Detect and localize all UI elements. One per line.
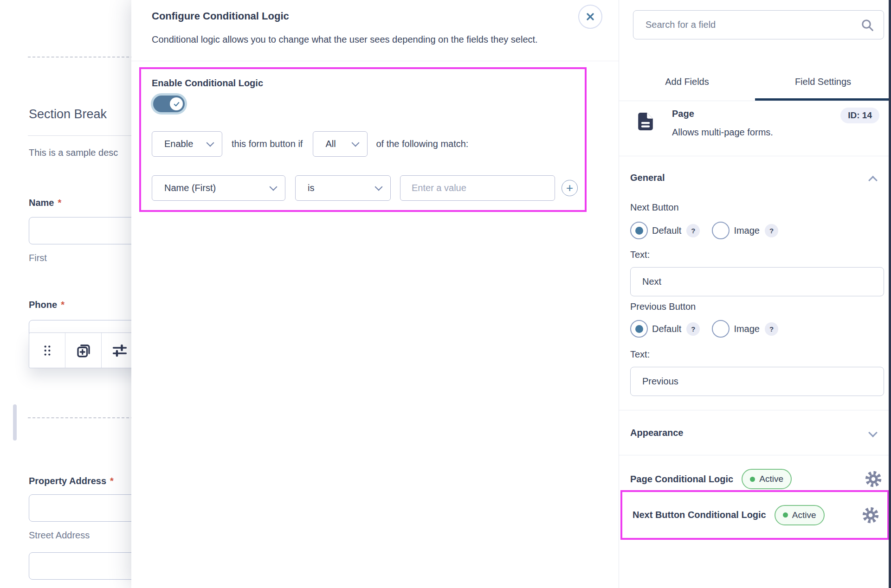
section-divider: [619, 410, 891, 410]
check-icon: [173, 101, 180, 108]
rule-action-row: Enable this form button if All of the fo…: [152, 131, 468, 157]
field-type-description: Allows multi-page forms.: [672, 127, 773, 138]
form-editor-canvas: Section Break This is a sample desc Name…: [0, 0, 131, 588]
active-dot-icon: [750, 477, 755, 482]
chevron-down-icon: [270, 183, 278, 191]
window-edge: [889, 0, 891, 588]
action-dropdown[interactable]: Enable: [152, 131, 222, 157]
next-text-input[interactable]: [630, 267, 884, 296]
chevron-down-icon: [207, 139, 214, 147]
rule-condition-row: Name (First) is +: [152, 175, 578, 201]
gear-icon[interactable]: [864, 470, 883, 488]
field-id-badge: ID: 14: [840, 108, 879, 123]
previous-default-label: Default: [652, 324, 681, 334]
duplicate-field-button[interactable]: [65, 333, 102, 368]
previous-image-radio[interactable]: [712, 320, 730, 338]
tab-add-fields[interactable]: Add Fields: [619, 52, 755, 101]
chevron-down-icon[interactable]: [868, 428, 878, 437]
help-icon[interactable]: ?: [686, 224, 700, 237]
condition-operator-value: is: [308, 183, 314, 193]
modal-header-divider: [131, 61, 619, 61]
previous-default-radio[interactable]: [630, 320, 648, 338]
chevron-up-icon[interactable]: [868, 176, 878, 185]
field-search: [633, 10, 884, 39]
help-icon[interactable]: ?: [686, 322, 700, 336]
section-divider: [619, 156, 891, 156]
address-field-sublabel: Street Address: [29, 530, 90, 541]
condition-value-input[interactable]: [400, 175, 555, 201]
modal-title: Configure Conditional Logic: [152, 10, 289, 22]
appearance-section-header[interactable]: Appearance: [630, 428, 684, 438]
rule-action-text: this form button if: [232, 139, 303, 149]
status-text: Active: [759, 474, 783, 484]
required-asterisk: *: [110, 476, 114, 486]
match-dropdown[interactable]: All: [313, 131, 368, 157]
field-selection-indicator: [13, 404, 17, 441]
search-icon: [860, 18, 875, 32]
section-break-description: This is a sample desc: [29, 147, 118, 158]
name-field-label-text: Name: [29, 198, 54, 208]
page-field-icon: [638, 113, 653, 130]
field-options-icon: [111, 342, 128, 359]
condition-field-dropdown[interactable]: Name (First): [152, 175, 285, 201]
address-field-label-text: Property Address: [29, 476, 106, 486]
required-asterisk: *: [58, 198, 61, 208]
match-dropdown-value: All: [325, 139, 336, 149]
condition-field-value: Name (First): [164, 183, 216, 193]
drag-handle[interactable]: [29, 333, 65, 368]
next-button-label: Next Button: [630, 202, 679, 213]
next-default-radio[interactable]: [630, 222, 648, 239]
help-icon[interactable]: ?: [765, 224, 778, 237]
form-builder-screen: Section Break This is a sample desc Name…: [0, 0, 891, 588]
sidebar-tabs: Add Fields Field Settings: [619, 52, 891, 101]
name-field-sublabel: First: [29, 253, 47, 263]
enable-toggle[interactable]: [153, 96, 185, 112]
next-button-type-options: Default ? Image ?: [630, 222, 778, 239]
duplicate-icon: [75, 342, 92, 359]
search-input[interactable]: [633, 10, 884, 39]
general-section-header[interactable]: General: [630, 173, 665, 183]
previous-text-label: Text:: [630, 349, 650, 360]
field-type-name: Page: [672, 109, 694, 119]
page-conditional-logic-label: Page Conditional Logic: [630, 474, 733, 485]
phone-field-label-text: Phone: [29, 300, 57, 310]
help-icon[interactable]: ?: [765, 322, 778, 336]
close-icon: [585, 12, 595, 22]
status-badge: Active: [775, 505, 825, 525]
chevron-down-icon: [352, 139, 360, 147]
next-default-label: Default: [652, 225, 681, 236]
status-badge: Active: [742, 469, 792, 489]
section-divider: [619, 455, 891, 455]
add-condition-button[interactable]: +: [562, 180, 578, 196]
required-asterisk: *: [61, 300, 65, 310]
toggle-knob: [170, 97, 183, 110]
enable-conditional-logic-label: Enable Conditional Logic: [152, 78, 263, 89]
active-dot-icon: [783, 512, 788, 518]
rule-match-text: of the following match:: [376, 139, 468, 149]
condition-operator-dropdown[interactable]: is: [295, 175, 391, 201]
gear-icon[interactable]: [861, 506, 880, 524]
next-text-label: Text:: [630, 249, 650, 260]
conditional-logic-highlight-box: Enable Conditional Logic Enable this for…: [139, 67, 587, 212]
close-button[interactable]: [578, 5, 602, 29]
previous-button-label: Previous Button: [630, 301, 696, 312]
phone-field-label: Phone*: [29, 300, 65, 310]
previous-image-label: Image: [734, 324, 760, 334]
previous-button-type-options: Default ? Image ?: [630, 320, 778, 338]
name-field-label: Name*: [29, 198, 61, 208]
next-image-label: Image: [734, 225, 760, 236]
address-field-label: Property Address*: [29, 476, 114, 486]
section-break-title[interactable]: Section Break: [29, 107, 107, 121]
next-button-conditional-logic-label: Next Button Conditional Logic: [633, 510, 766, 520]
tabs-divider: [619, 101, 891, 101]
chevron-down-icon: [375, 183, 383, 191]
previous-text-input[interactable]: [630, 367, 884, 396]
status-text: Active: [792, 510, 816, 520]
next-button-logic-highlight-box: Next Button Conditional Logic Active: [620, 490, 889, 540]
next-image-radio[interactable]: [712, 222, 730, 239]
settings-sidebar: Add Fields Field Settings Page ID: 14 Al…: [619, 0, 891, 588]
modal-subtitle: Conditional logic allows you to change w…: [152, 34, 538, 45]
drag-handle-icon: [42, 344, 52, 357]
tab-field-settings[interactable]: Field Settings: [755, 52, 891, 101]
conditional-logic-modal: Configure Conditional Logic Conditional …: [131, 0, 619, 588]
